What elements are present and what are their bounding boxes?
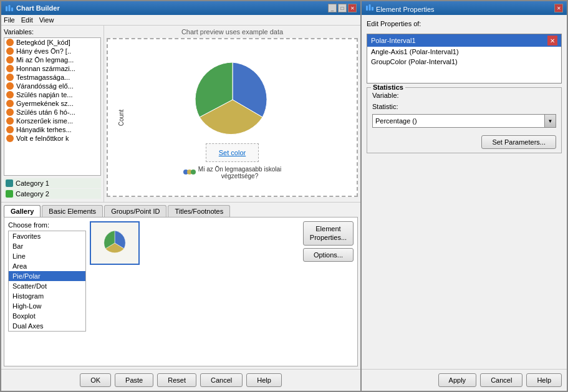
categories-section: Category 1 Category 2 — [4, 178, 101, 199]
apply-btn[interactable]: Apply — [438, 373, 477, 387]
maximize-btn[interactable]: □ — [338, 4, 347, 12]
ep-edit-properties-label: Edit Properties of: — [367, 20, 562, 27]
chart-type-dual-axes[interactable]: Dual Axes — [9, 321, 85, 331]
list-item[interactable]: Várandósság elő... — [4, 82, 100, 90]
tab-gallery[interactable]: Gallery — [4, 205, 41, 217]
list-item[interactable]: Szülés után 6 hó-... — [4, 108, 100, 117]
variables-list[interactable]: Betegkód [K_kód] Hány éves Ön? [.. Mi az… — [4, 37, 101, 176]
chart-type-boxplot[interactable]: Boxplot — [9, 311, 85, 321]
menu-edit[interactable]: Edit — [21, 16, 33, 24]
list-item[interactable]: Hányadik terhes... — [4, 125, 100, 134]
svg-rect-1 — [9, 5, 11, 11]
ep-statistic-value: Percentage () — [373, 117, 544, 125]
cat-icon-green — [6, 190, 13, 198]
ep-list-item-groupcolor[interactable]: GroupColor (Polar-Interval1) — [367, 57, 561, 67]
list-item[interactable]: Hány éves Ön? [.. — [4, 47, 100, 55]
list-item[interactable]: Betegkód [K_kód] — [4, 38, 100, 47]
menu-file[interactable]: File — [4, 16, 15, 24]
chart-type-favorites[interactable]: Favorites — [9, 231, 85, 241]
category-item-1[interactable]: Category 1 — [4, 178, 101, 188]
ep-content: Edit Properties of: Polar-Interval1 ✕ An… — [362, 15, 567, 369]
list-item[interactable]: Mi az Ön legmag... — [4, 55, 100, 64]
ep-title-icon — [365, 3, 374, 12]
chart-builder-title: Chart Builder — [16, 4, 60, 12]
element-properties-window: Element Properties ✕ Edit Properties of:… — [362, 0, 568, 392]
thumb-pie-svg — [98, 227, 132, 259]
list-item[interactable]: Volt e felnőttkor k — [4, 134, 100, 143]
main-menu: File Edit View — [1, 15, 360, 26]
x-axis-label: Mi az Ön legmagasabb iskolaivégzettsége? — [198, 166, 281, 179]
list-item[interactable]: Honnan származi... — [4, 64, 100, 73]
chart-type-bar[interactable]: Bar — [9, 241, 85, 251]
legend-icons — [183, 168, 196, 176]
svg-rect-6 — [366, 6, 368, 11]
ep-statistic-select-row: Percentage () ▼ — [372, 114, 556, 128]
var-icon-orange — [6, 91, 14, 98]
chart-type-high-low[interactable]: High-Low — [9, 301, 85, 311]
chart-preview-box: Count Set — [107, 38, 358, 197]
chart-type-histogram[interactable]: Histogram — [9, 291, 85, 301]
menu-view[interactable]: View — [39, 16, 54, 24]
tabs-section: Gallery Basic Elements Groups/Point ID T… — [1, 202, 360, 369]
bottom-buttons: OK Paste Reset Cancel Help — [1, 369, 360, 391]
pie-chart-svg — [183, 56, 282, 143]
ep-list-item-angle-axis[interactable]: Angle-Axis1 (Polar-Interval1) — [367, 47, 561, 57]
chart-type-line[interactable]: Line — [9, 251, 85, 261]
ep-close-btn[interactable]: ✕ — [554, 4, 563, 12]
chart-thumbnails — [90, 221, 299, 362]
chart-thumb-pie[interactable] — [90, 221, 140, 265]
paste-btn[interactable]: Paste — [115, 373, 153, 387]
ep-variable-row: Variable: — [372, 92, 556, 99]
var-icon-orange — [6, 39, 14, 46]
close-btn[interactable]: ✕ — [348, 4, 357, 12]
side-buttons: Element Properties... Options... — [303, 221, 354, 362]
var-icon-orange — [6, 74, 14, 81]
category-item-2[interactable]: Category 2 — [4, 189, 101, 199]
tab-basic-elements[interactable]: Basic Elements — [42, 205, 103, 217]
chart-type-pie-polar[interactable]: Pie/Polar — [9, 271, 85, 281]
svg-rect-7 — [369, 4, 371, 11]
ep-statistic-row: Statistic: — [372, 103, 556, 110]
ep-statistic-dropdown-arrow[interactable]: ▼ — [544, 115, 556, 127]
tab-content-gallery: Choose from: Favorites Bar Line Area Pie… — [4, 217, 358, 366]
ep-properties-list[interactable]: Polar-Interval1 ✕ Angle-Axis1 (Polar-Int… — [367, 34, 562, 84]
list-item[interactable]: Szülés napján te... — [4, 90, 100, 99]
ep-cancel-btn[interactable]: Cancel — [480, 373, 522, 387]
variables-label: Variables: — [4, 28, 101, 36]
list-item[interactable]: Korszerűek isme... — [4, 117, 100, 125]
ep-set-parameters-btn[interactable]: Set Parameters... — [481, 135, 556, 149]
cat-icon-teal — [6, 179, 13, 187]
ok-btn[interactable]: OK — [80, 373, 111, 387]
element-properties-btn[interactable]: Element Properties... — [303, 221, 354, 246]
list-item[interactable]: Gyermekének sz... — [4, 99, 100, 108]
chart-type-area[interactable]: Area — [9, 261, 85, 271]
list-item[interactable]: Testmagassága... — [4, 73, 100, 82]
preview-label: Chart preview uses example data — [107, 28, 358, 36]
help-btn[interactable]: Help — [246, 373, 282, 387]
ep-remove-btn[interactable]: ✕ — [547, 36, 557, 45]
chart-content: Set color Mi az Ön legmagasabb iskolaivé… — [183, 56, 282, 179]
tab-groups-point-id[interactable]: Groups/Point ID — [104, 205, 166, 217]
variables-panel: Variables: Betegkód [K_kód] Hány éves Ön… — [1, 26, 104, 202]
minimize-btn[interactable]: _ — [328, 4, 337, 12]
svg-rect-0 — [6, 6, 7, 11]
ep-title: Element Properties — [376, 6, 435, 13]
x-axis-label-area: Mi az Ön legmagasabb iskolaivégzettsége? — [183, 165, 281, 179]
tab-titles-footnotes[interactable]: Titles/Footnotes — [168, 205, 230, 217]
ep-statistic-label: Statistic: — [372, 103, 407, 110]
choose-from-label: Choose from: — [8, 221, 86, 229]
ep-list-item-polar-interval[interactable]: Polar-Interval1 ✕ — [367, 34, 561, 47]
set-color-link[interactable]: Set color — [219, 149, 246, 156]
chart-types-list[interactable]: Favorites Bar Line Area Pie/Polar Scatte… — [8, 231, 86, 332]
reset-btn[interactable]: Reset — [157, 373, 196, 387]
ep-statistic-select[interactable]: Percentage () ▼ — [372, 114, 556, 128]
ep-help-btn[interactable]: Help — [526, 373, 562, 387]
chart-builder-titlebar: Chart Builder _ □ ✕ — [1, 1, 360, 15]
var-icon-orange — [6, 135, 14, 142]
ep-statistics-group: Statistics Variable: Statistic: Percenta… — [367, 87, 562, 153]
options-btn[interactable]: Options... — [303, 248, 354, 262]
var-icon-orange — [6, 108, 14, 116]
chart-type-scatter-dot[interactable]: Scatter/Dot — [9, 281, 85, 291]
svg-rect-8 — [372, 7, 373, 11]
cancel-btn[interactable]: Cancel — [200, 373, 243, 387]
